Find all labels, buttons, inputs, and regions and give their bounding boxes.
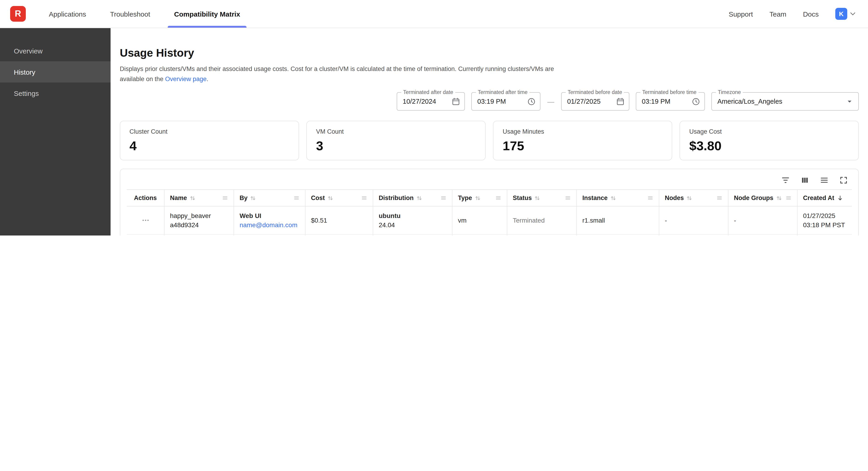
stat-card-usage-cost: Usage Cost $3.80 bbox=[680, 121, 859, 160]
column-header-name[interactable]: Name bbox=[164, 190, 234, 206]
tab-troubleshoot[interactable]: Troubleshoot bbox=[98, 0, 162, 28]
replicated-logo[interactable]: R bbox=[10, 6, 26, 22]
terminated-after-date-field[interactable]: Terminated after date 10/27/2024 bbox=[397, 92, 465, 111]
column-menu-icon[interactable] bbox=[222, 195, 228, 201]
column-menu-icon[interactable] bbox=[293, 195, 300, 201]
by-cell: Web UI name@domain.com bbox=[234, 235, 306, 235]
instance-value: r1.small bbox=[582, 216, 653, 224]
docs-link[interactable]: Docs bbox=[803, 10, 819, 18]
column-header-status[interactable]: Status bbox=[507, 190, 577, 206]
stats-row: Cluster Count 4 VM Count 3 Usage Minutes… bbox=[120, 121, 859, 160]
column-header-node-groups[interactable]: Node Groups bbox=[728, 190, 798, 206]
calendar-icon[interactable] bbox=[452, 97, 460, 106]
account-menu[interactable]: K bbox=[835, 8, 857, 20]
tab-compatibility-matrix[interactable]: Compatibility Matrix bbox=[162, 0, 252, 28]
column-menu-icon[interactable] bbox=[361, 195, 367, 201]
sidebar-item-label: History bbox=[14, 68, 35, 76]
column-menu-icon[interactable] bbox=[565, 195, 571, 201]
date-range-separator: — bbox=[547, 97, 555, 105]
column-header-nodes[interactable]: Nodes bbox=[659, 190, 728, 206]
top-nav-left: R Applications Troubleshoot Compatibilit… bbox=[0, 0, 252, 28]
sidebar-item-history[interactable]: History bbox=[0, 61, 111, 83]
name-cell: happy_beaver a48d9324 bbox=[164, 206, 234, 234]
terminated-before-time-field[interactable]: Terminated before time 03:19 PM bbox=[636, 92, 705, 111]
table-density-button[interactable] bbox=[819, 176, 829, 185]
calendar-icon[interactable] bbox=[616, 97, 625, 106]
sort-icon bbox=[474, 195, 481, 201]
row-actions-button[interactable] bbox=[140, 214, 151, 226]
column-label: By bbox=[240, 195, 248, 201]
field-label: Terminated after date bbox=[401, 89, 455, 95]
clock-icon[interactable] bbox=[527, 97, 536, 106]
column-header-type[interactable]: Type bbox=[453, 190, 507, 206]
sort-icon bbox=[686, 195, 693, 201]
terminated-before-date-field[interactable]: Terminated before date 01/27/2025 bbox=[561, 92, 629, 111]
column-menu-icon[interactable] bbox=[647, 195, 653, 201]
field-label: Terminated after time bbox=[476, 89, 529, 95]
table-columns-button[interactable] bbox=[800, 176, 809, 185]
logo-letter: R bbox=[15, 9, 21, 19]
stat-value: 4 bbox=[129, 139, 289, 153]
cluster-id: a48d9324 bbox=[170, 221, 228, 229]
sidebar-item-overview[interactable]: Overview bbox=[0, 40, 111, 61]
data-grid: Actions Name By bbox=[127, 189, 852, 235]
page-title: Usage History bbox=[120, 47, 859, 59]
column-header-actions: Actions bbox=[127, 190, 164, 206]
column-label: Instance bbox=[582, 195, 608, 201]
usage-table-panel: Actions Name By bbox=[120, 169, 859, 235]
column-menu-icon[interactable] bbox=[716, 195, 722, 201]
distribution-cell: ubuntu 24.04 bbox=[373, 206, 453, 234]
dropdown-caret-icon bbox=[845, 97, 854, 106]
top-nav-right: Support Team Docs K bbox=[728, 0, 868, 28]
column-header-cost[interactable]: Cost bbox=[306, 190, 373, 206]
table-filter-button[interactable] bbox=[781, 176, 790, 185]
terminated-after-time-field[interactable]: Terminated after time 03:19 PM bbox=[471, 92, 540, 111]
table-fullscreen-button[interactable] bbox=[839, 176, 848, 185]
support-link[interactable]: Support bbox=[728, 10, 753, 18]
column-header-instance[interactable]: Instance bbox=[577, 190, 659, 206]
table-toolbar bbox=[120, 169, 858, 189]
distribution-name: ubuntu bbox=[379, 212, 446, 219]
cost-cell: $0.00 bbox=[306, 235, 373, 235]
column-menu-icon[interactable] bbox=[440, 195, 446, 201]
table-row: happy_beaver a48d9324 Web UI name@domain… bbox=[127, 206, 852, 235]
column-label: Node Groups bbox=[734, 195, 773, 201]
column-header-created-at[interactable]: Created At bbox=[798, 190, 852, 206]
column-label: Actions bbox=[134, 195, 157, 201]
clock-icon[interactable] bbox=[691, 97, 700, 106]
type-cell: vm bbox=[453, 206, 507, 234]
column-label: Created At bbox=[803, 195, 834, 201]
stat-label: Usage Cost bbox=[689, 128, 849, 135]
filter-bar: Terminated after date 10/27/2024 Termina… bbox=[120, 92, 859, 111]
email-link[interactable]: name@domain.com bbox=[240, 221, 300, 229]
cost-value: $0.51 bbox=[311, 216, 367, 224]
columns-icon bbox=[800, 176, 809, 185]
stat-label: Usage Minutes bbox=[503, 128, 662, 135]
status-cell: Terminated bbox=[507, 206, 577, 234]
sidebar-item-settings[interactable]: Settings bbox=[0, 83, 111, 104]
field-label: Terminated before date bbox=[566, 89, 624, 95]
tab-applications[interactable]: Applications bbox=[37, 0, 98, 28]
field-value: 10/27/2024 bbox=[403, 98, 436, 105]
column-header-distribution[interactable]: Distribution bbox=[373, 190, 453, 206]
column-header-by[interactable]: By bbox=[234, 190, 306, 206]
instance-cell: r1.small bbox=[577, 235, 659, 235]
timezone-select[interactable]: Timezone America/Los_Angeles bbox=[711, 92, 859, 111]
nodes-cell: 1 bbox=[659, 235, 728, 235]
sort-icon bbox=[189, 195, 196, 201]
stat-value: $3.80 bbox=[689, 139, 849, 153]
tab-label: Applications bbox=[49, 10, 86, 18]
distribution-cell: kind 1.32.1 bbox=[373, 235, 453, 235]
field-label: Timezone bbox=[716, 89, 743, 95]
overview-page-link[interactable]: Overview page bbox=[165, 75, 207, 82]
field-value: 01/27/2025 bbox=[567, 98, 600, 105]
status-cell: Terminated bbox=[507, 235, 577, 235]
tab-label: Troubleshoot bbox=[110, 10, 150, 18]
column-menu-icon[interactable] bbox=[495, 195, 501, 201]
field-value: 03:19 PM bbox=[642, 98, 670, 105]
team-link[interactable]: Team bbox=[769, 10, 786, 18]
field-label: Terminated before time bbox=[641, 89, 698, 95]
stat-label: Cluster Count bbox=[129, 128, 289, 135]
column-menu-icon[interactable] bbox=[785, 195, 792, 201]
stat-card-usage-minutes: Usage Minutes 175 bbox=[493, 121, 672, 160]
